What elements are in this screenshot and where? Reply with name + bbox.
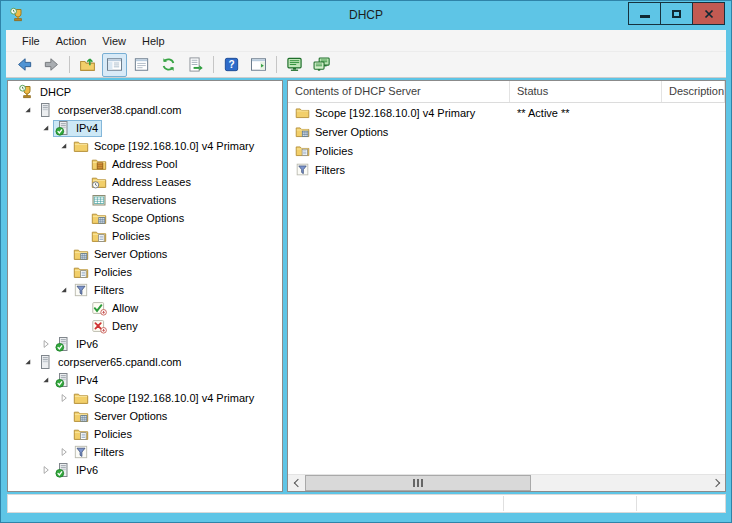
tree-item-reservations[interactable]: Reservations [8, 191, 282, 209]
exp-open-icon [58, 140, 70, 152]
tree-node[interactable]: IPv6 [53, 336, 102, 353]
horizontal-scrollbar[interactable] [288, 474, 725, 491]
menu-action[interactable]: Action [48, 32, 95, 50]
expander-slot [74, 319, 89, 334]
maximize-button[interactable] [660, 2, 693, 25]
properties-button[interactable] [129, 53, 154, 77]
show-hide-console-tree-button[interactable] [102, 53, 127, 77]
tree-item-filters[interactable]: Filters [8, 443, 282, 461]
tree-node[interactable]: corpserver65.cpandl.com [35, 354, 186, 371]
tree-node[interactable]: IPv6 [53, 462, 102, 479]
tree-item-filters[interactable]: Filters [8, 281, 282, 299]
server-check-icon [55, 462, 71, 478]
expander-slot [74, 157, 89, 172]
tree-node[interactable]: Address Pool [89, 156, 181, 173]
tree-node[interactable]: Policies [71, 264, 136, 281]
expander-icon[interactable] [38, 463, 53, 478]
expander-icon[interactable] [38, 373, 53, 388]
scroll-right-button[interactable] [708, 475, 725, 491]
expander-icon[interactable] [20, 355, 35, 370]
tree-node[interactable]: Scope [192.168.10.0] v4 Primary [71, 390, 258, 407]
back-button[interactable] [12, 53, 37, 77]
tree-node[interactable]: Scope Options [89, 210, 188, 227]
tree-node[interactable]: Server Options [71, 246, 171, 263]
tree-node[interactable]: Filters [71, 282, 128, 299]
forward-button[interactable] [39, 53, 64, 77]
tree-item-scope-192-168-10-0-v4-primary[interactable]: Scope [192.168.10.0] v4 Primary [8, 389, 282, 407]
tree-item-allow[interactable]: Allow [8, 299, 282, 317]
help-button[interactable] [219, 53, 244, 77]
tree-node[interactable]: Server Options [71, 408, 171, 425]
tree-item-server-options[interactable]: Server Options [8, 407, 282, 425]
list-rows: Scope [192.168.10.0] v4 Primary** Active… [288, 103, 725, 179]
tree-item-scope-options[interactable]: Scope Options [8, 209, 282, 227]
tree-item-label: Scope Options [112, 212, 184, 224]
refresh-button[interactable] [156, 53, 181, 77]
list-item-server-options[interactable]: Server Options [288, 122, 725, 141]
tree-item-label: Scope [192.168.10.0] v4 Primary [94, 392, 254, 404]
tree-node[interactable]: IPv4 [53, 120, 102, 137]
tree-node[interactable]: Address Leases [89, 174, 195, 191]
folder-icon [73, 390, 89, 406]
tree-item-deny[interactable]: Deny [8, 317, 282, 335]
list-item-scope-192-168-10-0-v4-primary[interactable]: Scope [192.168.10.0] v4 Primary** Active… [288, 103, 725, 122]
arrow-back-icon [16, 56, 33, 73]
minimize-button[interactable] [628, 2, 661, 25]
tree-item-policies[interactable]: Policies [8, 425, 282, 443]
export-list-button[interactable] [183, 53, 208, 77]
tree-node[interactable]: Filters [71, 444, 128, 461]
column-header-status[interactable]: Status [510, 81, 662, 102]
titlebar[interactable]: DHCP [0, 0, 732, 30]
tree-node[interactable]: Reservations [89, 192, 180, 209]
tree-item-dhcp[interactable]: DHCP [8, 83, 282, 101]
list-item-filters[interactable]: Filters [288, 160, 725, 179]
column-header-contents-of-dhcp-server[interactable]: Contents of DHCP Server [288, 81, 510, 102]
list-cell-name: Scope [192.168.10.0] v4 Primary [288, 105, 510, 120]
tree-item-corpserver38-cpandl-com[interactable]: corpserver38.cpandl.com [8, 101, 282, 119]
tree-item-label: DHCP [40, 86, 71, 98]
tree-item-ipv4[interactable]: IPv4 [8, 371, 282, 389]
close-button[interactable] [692, 2, 725, 25]
tree-node[interactable]: Policies [89, 228, 154, 245]
server-monitor-button[interactable] [282, 53, 307, 77]
menu-view[interactable]: View [94, 32, 134, 50]
column-header-description[interactable]: Description [662, 81, 725, 102]
scrollbar-thumb[interactable] [305, 475, 531, 491]
expander-icon[interactable] [56, 445, 71, 460]
expander-icon[interactable] [38, 121, 53, 136]
tree-node[interactable]: Allow [89, 300, 142, 317]
tree-item-address-pool[interactable]: Address Pool [8, 155, 282, 173]
tree-node[interactable]: corpserver38.cpandl.com [35, 102, 186, 119]
tree-item-ipv6[interactable]: IPv6 [8, 461, 282, 479]
scrollbar-track[interactable] [305, 475, 708, 491]
tree-item-corpserver65-cpandl-com[interactable]: corpserver65.cpandl.com [8, 353, 282, 371]
tree-node[interactable]: Deny [89, 318, 142, 335]
tree-node[interactable]: DHCP [17, 84, 75, 101]
menu-help[interactable]: Help [134, 32, 173, 50]
tree-node[interactable]: IPv4 [53, 372, 102, 389]
show-hide-action-pane-button[interactable] [246, 53, 271, 77]
tree-item-ipv6[interactable]: IPv6 [8, 335, 282, 353]
tree-item-server-options[interactable]: Server Options [8, 245, 282, 263]
server-monitors-button[interactable] [309, 53, 334, 77]
scroll-left-button[interactable] [288, 475, 305, 491]
up-one-level-button[interactable] [75, 53, 100, 77]
list-item-policies[interactable]: Policies [288, 141, 725, 160]
tree-item-label: Filters [94, 446, 124, 458]
tree-item-policies[interactable]: Policies [8, 227, 282, 245]
expander-icon[interactable] [56, 283, 71, 298]
tree-node[interactable]: Scope [192.168.10.0] v4 Primary [71, 138, 258, 155]
filter-icon [73, 444, 89, 460]
tree-item-address-leases[interactable]: Address Leases [8, 173, 282, 191]
menu-file[interactable]: File [14, 32, 48, 50]
tree-item-scope-192-168-10-0-v4-primary[interactable]: Scope [192.168.10.0] v4 Primary [8, 137, 282, 155]
expander-icon[interactable] [38, 337, 53, 352]
tree-item-policies[interactable]: Policies [8, 263, 282, 281]
expander-icon[interactable] [20, 103, 35, 118]
expander-slot [56, 247, 71, 262]
tree-item-ipv4[interactable]: IPv4 [8, 119, 282, 137]
tree-item-label: Address Pool [112, 158, 177, 170]
expander-icon[interactable] [56, 391, 71, 406]
expander-icon[interactable] [56, 139, 71, 154]
tree-node[interactable]: Policies [71, 426, 136, 443]
